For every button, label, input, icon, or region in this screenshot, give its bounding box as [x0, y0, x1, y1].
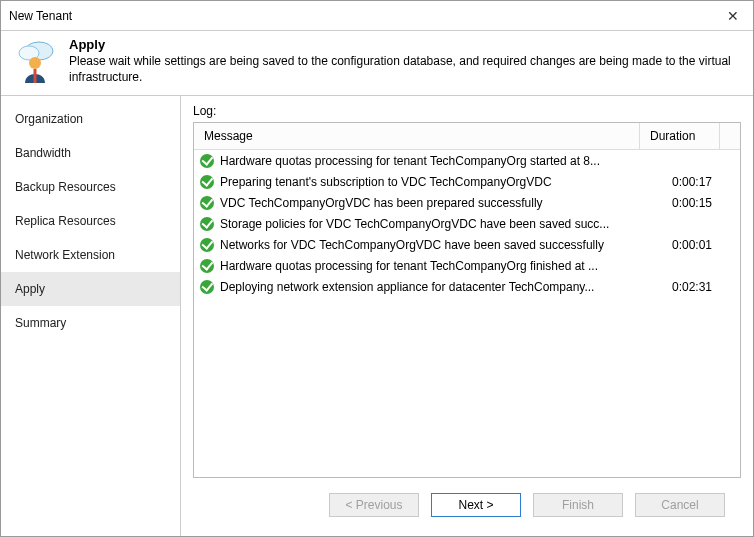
log-message: Preparing tenant's subscription to VDC T…	[220, 175, 552, 189]
wizard-window: New Tenant ✕ Apply Please wait while set…	[0, 0, 754, 537]
titlebar: New Tenant ✕	[1, 1, 753, 31]
log-table: Message Duration Hardware quotas process…	[193, 122, 741, 478]
col-duration[interactable]: Duration	[640, 123, 720, 149]
log-message: Hardware quotas processing for tenant Te…	[220, 154, 600, 168]
next-button[interactable]: Next >	[431, 493, 521, 517]
close-icon[interactable]: ✕	[721, 8, 745, 24]
page-title: Apply	[69, 37, 743, 52]
log-duration: 0:02:31	[640, 280, 720, 294]
log-duration: 0:00:15	[640, 196, 720, 210]
finish-button: Finish	[533, 493, 623, 517]
log-duration: 0:00:01	[640, 238, 720, 252]
cancel-button: Cancel	[635, 493, 725, 517]
wizard-steps: Organization Bandwidth Backup Resources …	[1, 96, 181, 536]
sidebar-item-organization[interactable]: Organization	[1, 102, 180, 136]
success-icon	[200, 217, 214, 231]
log-row[interactable]: VDC TechCompanyOrgVDC has been prepared …	[194, 192, 740, 213]
log-row[interactable]: Preparing tenant's subscription to VDC T…	[194, 171, 740, 192]
log-message: Deploying network extension appliance fo…	[220, 280, 594, 294]
log-row[interactable]: Hardware quotas processing for tenant Te…	[194, 255, 740, 276]
col-message[interactable]: Message	[194, 123, 640, 149]
log-message: Hardware quotas processing for tenant Te…	[220, 259, 598, 273]
svg-point-2	[29, 57, 41, 69]
tenant-icon	[11, 37, 59, 85]
sidebar-item-replica-resources[interactable]: Replica Resources	[1, 204, 180, 238]
sidebar-item-network-extension[interactable]: Network Extension	[1, 238, 180, 272]
success-icon	[200, 259, 214, 273]
log-message: Networks for VDC TechCompanyOrgVDC have …	[220, 238, 604, 252]
col-spacer	[720, 123, 740, 149]
log-rows: Hardware quotas processing for tenant Te…	[194, 150, 740, 477]
log-row[interactable]: Hardware quotas processing for tenant Te…	[194, 150, 740, 171]
sidebar-item-bandwidth[interactable]: Bandwidth	[1, 136, 180, 170]
success-icon	[200, 280, 214, 294]
log-duration: 0:00:17	[640, 175, 720, 189]
sidebar-item-backup-resources[interactable]: Backup Resources	[1, 170, 180, 204]
log-message: Storage policies for VDC TechCompanyOrgV…	[220, 217, 609, 231]
sidebar-item-summary[interactable]: Summary	[1, 306, 180, 340]
log-header: Message Duration	[194, 123, 740, 150]
success-icon	[200, 175, 214, 189]
log-row[interactable]: Networks for VDC TechCompanyOrgVDC have …	[194, 234, 740, 255]
content-area: Log: Message Duration Hardware quotas pr…	[181, 96, 753, 536]
success-icon	[200, 154, 214, 168]
log-label: Log:	[193, 104, 741, 118]
success-icon	[200, 196, 214, 210]
log-message: VDC TechCompanyOrgVDC has been prepared …	[220, 196, 543, 210]
log-row[interactable]: Deploying network extension appliance fo…	[194, 276, 740, 297]
page-description: Please wait while settings are being sav…	[69, 54, 743, 85]
previous-button: < Previous	[329, 493, 419, 517]
wizard-header: Apply Please wait while settings are bei…	[1, 31, 753, 96]
wizard-buttons: < Previous Next > Finish Cancel	[193, 478, 741, 532]
success-icon	[200, 238, 214, 252]
window-title: New Tenant	[9, 9, 72, 23]
log-row[interactable]: Storage policies for VDC TechCompanyOrgV…	[194, 213, 740, 234]
sidebar-item-apply[interactable]: Apply	[1, 272, 180, 306]
